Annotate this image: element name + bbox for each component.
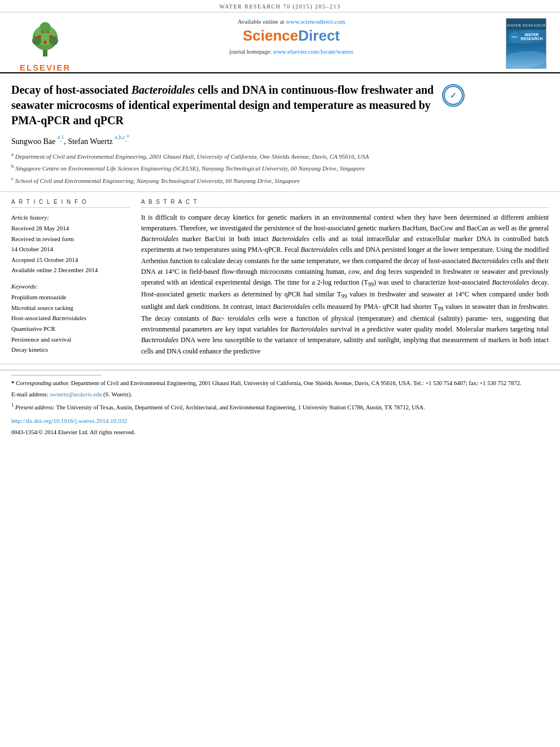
cover-title: WATERRESEARCH: [520, 33, 542, 41]
corresponding-author-note: * Corresponding author. Department of Ci…: [11, 379, 549, 388]
sciencedirect-url[interactable]: www.sciencedirect.com: [286, 18, 345, 25]
copyright-line: 0043-1354/© 2014 Elsevier Ltd. All right…: [11, 428, 549, 438]
journal-cover: WATER RESEARCH IWA WATERRESEARCH: [504, 18, 549, 69]
sciencedirect-logo: ScienceDirect: [85, 27, 498, 45]
abstract-col: A B S T R A C T It is difficult to compa…: [141, 199, 549, 357]
cover-box: WATER RESEARCH IWA WATERRESEARCH: [506, 18, 546, 69]
email-label: E-mail address:: [11, 391, 50, 397]
author-star[interactable]: *: [126, 134, 129, 140]
elsevier-label: ELSEVIER: [20, 63, 71, 72]
journal-citation: WATER RESEARCH 70 (2015) 205–213: [219, 3, 340, 10]
article-history: Article history: Received 28 May 2014 Re…: [11, 212, 130, 275]
history-received: Received 28 May 2014: [11, 224, 130, 233]
author-affil-a[interactable]: a: [58, 134, 60, 140]
elsevier-tree-icon: [23, 21, 68, 60]
affiliation-b: b Singapore Centre on Environmental Life…: [11, 163, 549, 173]
svg-point-10: [47, 31, 49, 33]
header-center: Available online at www.sciencedirect.co…: [79, 18, 504, 55]
cover-top-bar: WATER RESEARCH: [506, 19, 546, 30]
keywords-label: Keywords:: [11, 283, 130, 290]
available-online-text: Available online at www.sciencedirect.co…: [85, 18, 498, 25]
article-body: A R T I C L E I N F O Article history: R…: [0, 192, 560, 364]
svg-point-7: [49, 35, 53, 38]
author-affil-abc[interactable]: a,b,c: [115, 134, 125, 140]
article-title: Decay of host-associated Bacteroidales c…: [11, 82, 435, 128]
abstract-text: It is difficult to compare decay kinetic…: [141, 212, 549, 357]
affiliations: a Department of Civil and Environmental …: [11, 151, 549, 185]
journal-bar: WATER RESEARCH 70 (2015) 205–213: [0, 0, 560, 12]
article-info-col: A R T I C L E I N F O Article history: R…: [11, 199, 130, 357]
svg-text:✓: ✓: [450, 91, 457, 100]
svg-point-6: [38, 35, 41, 38]
svg-point-8: [43, 41, 47, 44]
authors-line: Sungwoo Bae a,1, Stefan Wuertz a,b,c,*: [11, 134, 549, 146]
history-label: Article history:: [11, 212, 130, 223]
keyword-host-associated: Host-associated Bacteroidales: [11, 313, 130, 324]
article-info-header: A R T I C L E I N F O: [11, 199, 130, 208]
cover-iwa-badge: IWA: [509, 32, 519, 42]
svg-point-9: [41, 31, 43, 33]
keyword-propidium: Propidium monoazide: [11, 292, 130, 303]
email-note: E-mail address: swuertz@ucdavis.edu (S. …: [11, 390, 549, 400]
history-revised-date: 14 October 2014: [11, 244, 130, 254]
header-area: ELSEVIER Available online at www.science…: [0, 12, 560, 73]
history-revised-label: Received in revised form: [11, 234, 130, 244]
keyword-decay: Decay kinetics: [11, 344, 130, 355]
author-note-1[interactable]: 1: [61, 134, 64, 140]
elsevier-logo: ELSEVIER: [11, 18, 79, 72]
abstract-header: A B S T R A C T: [141, 199, 549, 208]
footnotes-area: * Corresponding author. Department of Ci…: [0, 370, 560, 444]
keyword-persistence: Persistence and survival: [11, 334, 130, 345]
crossmark-badge[interactable]: ✓: [440, 82, 466, 108]
affiliation-c: c School of Civil and Environmental Engi…: [11, 175, 549, 185]
email-link[interactable]: swuertz@ucdavis.edu: [50, 391, 102, 397]
keyword-microbial-source: Microbial source tacking: [11, 303, 130, 313]
doi-line: http://dx.doi.org/10.1016/j.watres.2014.…: [11, 416, 549, 426]
history-accepted: Accepted 15 October 2014: [11, 255, 130, 265]
cover-logo-area: IWA WATERRESEARCH: [508, 30, 544, 43]
history-online: Available online 2 December 2014: [11, 265, 130, 275]
affiliation-a: a Department of Civil and Environmental …: [11, 151, 549, 161]
crossmark-icon: ✓: [442, 84, 465, 107]
cover-wave-decoration: [506, 43, 546, 68]
email-name: (S. Wuertz).: [103, 391, 132, 397]
keywords-section: Keywords: Propidium monoazide Microbial …: [11, 283, 130, 355]
journal-homepage-link[interactable]: www.elsevier.com/locate/watres: [273, 48, 353, 55]
journal-homepage: journal homepage: www.elsevier.com/locat…: [85, 48, 498, 55]
title-section: Decay of host-associated Bacteroidales c…: [0, 73, 560, 192]
svg-point-5: [40, 22, 51, 33]
keyword-qpcr: Quantitative PCR: [11, 324, 130, 334]
present-address-note: 1 Present address: The University of Tex…: [11, 401, 549, 412]
doi-link[interactable]: http://dx.doi.org/10.1016/j.watres.2014.…: [11, 417, 127, 424]
